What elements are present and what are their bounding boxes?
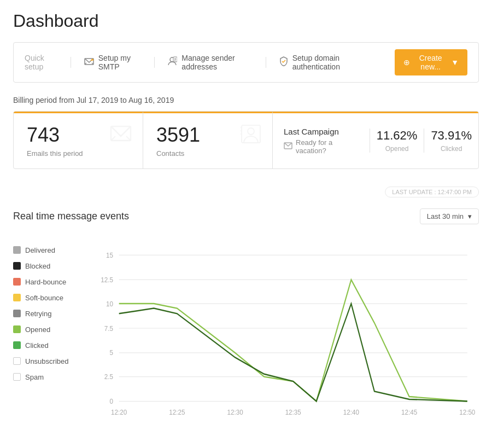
clicked-value: 73.91% xyxy=(431,129,472,143)
delivered-color xyxy=(13,246,21,254)
sender-label: Manage sender addresses xyxy=(181,54,253,71)
chart-area: 0 2.5 5 7.5 10 12.5 15 12:20 12:25 12:30… xyxy=(84,235,479,423)
smtp-label: Setup my SMTP xyxy=(98,54,141,71)
legend-clicked: Clicked xyxy=(13,341,84,350)
retrying-label: Retrying xyxy=(25,310,51,318)
stats-row: 743 Emails this period 3591 Contacts xyxy=(13,111,479,169)
opened-legend-label: Opened xyxy=(25,325,50,334)
time-range-dropdown[interactable]: Last 30 min ▾ xyxy=(420,208,479,224)
spam-label: Spam xyxy=(25,373,44,381)
quick-setup-bar: Quick setup Setup my SMTP xyxy=(13,42,479,83)
clicked-legend-label: Clicked xyxy=(25,341,49,350)
blocked-color xyxy=(13,262,21,270)
last-campaign-card: Last Campaign Ready for a vacation? 11.6… xyxy=(273,112,478,168)
clicked-stat: 73.91% Clicked xyxy=(424,129,478,153)
last-campaign-info: Last Campaign Ready for a vacation? xyxy=(273,127,370,155)
clicked-label: Clicked xyxy=(431,145,472,153)
svg-text:15: 15 xyxy=(106,251,113,259)
last-campaign-title: Last Campaign xyxy=(284,127,359,136)
emails-stat-card: 743 Emails this period xyxy=(14,112,143,168)
clicked-color xyxy=(13,341,21,349)
page-container: Dashboard Quick setup Setup my SMTP xyxy=(0,0,492,434)
create-chevron-icon: ▼ xyxy=(451,58,459,67)
opened-label: Opened xyxy=(377,145,418,153)
unsubscribed-label: Unsubscribed xyxy=(25,357,69,365)
campaign-subtitle-text: Ready for a vacation? xyxy=(296,138,359,155)
smtp-icon xyxy=(84,57,94,68)
legend-opened: Opened xyxy=(13,325,84,334)
last-campaign-subtitle: Ready for a vacation? xyxy=(284,138,359,155)
legend-hard-bounce: Hard-bounce xyxy=(13,278,84,286)
svg-text:7.5: 7.5 xyxy=(104,324,113,333)
domain-auth-label: Setup domain authentication xyxy=(292,54,368,71)
create-new-label: Create new... xyxy=(414,54,447,71)
svg-point-13 xyxy=(248,128,254,135)
contacts-label: Contacts xyxy=(156,149,259,158)
contacts-stat-card: 3591 Contacts xyxy=(143,112,273,168)
soft-bounce-color xyxy=(13,294,21,301)
emails-label: Emails this period xyxy=(27,149,130,158)
clicked-line xyxy=(119,304,467,402)
svg-text:12:25: 12:25 xyxy=(169,408,185,416)
legend-spam: Spam xyxy=(13,373,84,381)
legend-delivered: Delivered xyxy=(13,246,84,254)
opened-value: 11.62% xyxy=(377,129,418,143)
create-plus-icon: ⊕ xyxy=(403,58,410,67)
billing-label: Billing period from Jul 17, 2019 to Aug … xyxy=(13,96,479,104)
quick-setup-label: Quick setup xyxy=(25,54,57,71)
last-update-wrap: LAST UPDATE : 12:47:00 PM xyxy=(13,178,479,204)
legend-unsubscribed: Unsubscribed xyxy=(13,357,84,365)
chart-legend: Delivered Blocked Hard-bounce Soft-bounc… xyxy=(13,235,84,423)
svg-text:12:20: 12:20 xyxy=(111,408,127,416)
svg-text:5: 5 xyxy=(110,348,114,356)
divider-3 xyxy=(266,57,266,68)
email-icon xyxy=(110,124,132,147)
svg-text:10: 10 xyxy=(106,300,113,308)
smtp-setup-item[interactable]: Setup my SMTP xyxy=(84,54,141,71)
time-range-label: Last 30 min xyxy=(427,212,464,220)
svg-text:0: 0 xyxy=(110,397,114,405)
svg-text:12:35: 12:35 xyxy=(285,408,301,416)
svg-text:12:30: 12:30 xyxy=(227,408,243,416)
realtime-header: Real time message events Last 30 min ▾ xyxy=(13,208,479,224)
sender-icon xyxy=(167,56,177,68)
chart-container: Delivered Blocked Hard-bounce Soft-bounc… xyxy=(13,235,479,423)
sender-addresses-item[interactable]: Manage sender addresses xyxy=(167,54,253,71)
delivered-label: Delivered xyxy=(25,246,55,254)
legend-blocked: Blocked xyxy=(13,262,84,270)
hard-bounce-color xyxy=(13,278,21,286)
svg-text:12:50: 12:50 xyxy=(459,408,475,416)
realtime-title: Real time message events xyxy=(13,211,129,222)
chart-svg: 0 2.5 5 7.5 10 12.5 15 12:20 12:25 12:30… xyxy=(84,235,479,421)
unsubscribed-color xyxy=(13,357,21,365)
shield-icon xyxy=(279,56,288,68)
dropdown-chevron-icon: ▾ xyxy=(468,212,472,220)
svg-text:12.5: 12.5 xyxy=(101,276,113,284)
divider-2 xyxy=(154,57,155,68)
retrying-color xyxy=(13,310,21,317)
soft-bounce-label: Soft-bounce xyxy=(25,294,63,302)
domain-auth-item[interactable]: Setup domain authentication xyxy=(279,54,368,71)
contacts-icon xyxy=(241,124,261,148)
svg-text:2.5: 2.5 xyxy=(104,373,113,381)
svg-text:12:40: 12:40 xyxy=(343,408,359,416)
blocked-label: Blocked xyxy=(25,262,50,270)
campaign-sub-icon xyxy=(284,142,292,151)
create-new-button[interactable]: ⊕ Create new... ▼ xyxy=(395,49,467,75)
opened-color xyxy=(13,325,21,333)
opened-line xyxy=(119,280,467,401)
divider-1 xyxy=(71,57,71,68)
legend-soft-bounce: Soft-bounce xyxy=(13,294,84,302)
last-update-badge: LAST UPDATE : 12:47:00 PM xyxy=(385,187,479,197)
page-title: Dashboard xyxy=(13,11,479,31)
spam-color xyxy=(13,373,21,381)
legend-retrying: Retrying xyxy=(13,310,84,318)
svg-text:12:45: 12:45 xyxy=(401,408,417,416)
hard-bounce-label: Hard-bounce xyxy=(25,278,66,286)
opened-stat: 11.62% Opened xyxy=(370,129,424,153)
